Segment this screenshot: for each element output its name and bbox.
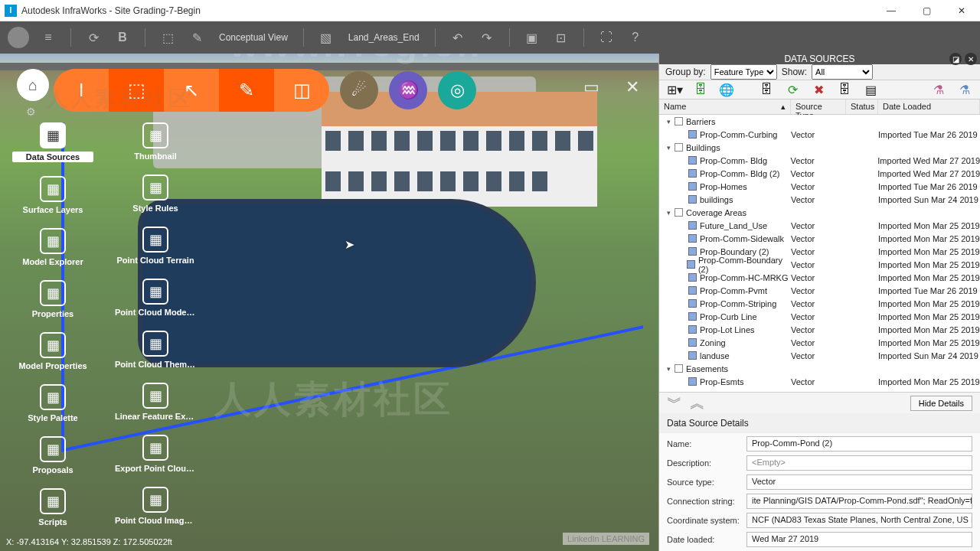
viewport-3d[interactable]: ➤ ⌂ ⚙ I ⬚ ↖ ✎ ◫ ☄ ♒ ◎ ▭ ✕ ▦Data Sources▦… xyxy=(0,54,658,551)
maximize-button[interactable]: ▢ xyxy=(916,3,937,18)
collapse-all-icon[interactable]: ︾ xyxy=(667,393,682,413)
tree-item[interactable]: buildingsVectorImported Sun Mar 24 2019 xyxy=(659,193,980,206)
tree-item[interactable]: Prop-HomesVectorImported Tue Mar 26 2019 xyxy=(659,180,980,193)
mode-shape-button[interactable]: ◫ xyxy=(274,69,329,112)
filter-add-icon[interactable]: ⚗ xyxy=(956,80,974,99)
globe-icon[interactable]: 🌐 xyxy=(717,80,736,99)
user-avatar[interactable] xyxy=(8,27,29,48)
bold-icon[interactable]: B xyxy=(113,28,132,47)
mode-select-button[interactable]: ↖ xyxy=(164,69,219,112)
palette-point-cloud-image-lo-[interactable]: ▦Point Cloud Image Lo... xyxy=(115,487,196,525)
palette-properties[interactable]: ▦Properties xyxy=(12,280,93,318)
minimize-button[interactable]: — xyxy=(880,3,902,18)
filter-remove-icon[interactable]: ⚗ xyxy=(929,80,948,99)
palette-model-explorer[interactable]: ▦Model Explorer xyxy=(12,228,93,266)
drainage-circle-button[interactable]: ◎ xyxy=(438,71,476,109)
tree-item[interactable]: Prop-Curb LineVectorImported Mon Mar 25 … xyxy=(659,310,980,323)
detail-conn-field[interactable]: ite Planning/GIS DATA/Prop-Comm-Pond.sdf… xyxy=(746,494,972,509)
show-select[interactable]: All xyxy=(812,64,873,80)
close-button[interactable]: ✕ xyxy=(951,3,972,18)
mode-model-button[interactable]: ⬚ xyxy=(109,69,164,112)
tree-item[interactable]: ZoningVectorImported Mon Mar 25 2019 xyxy=(659,336,980,349)
add-source-icon[interactable]: ⊞▾ xyxy=(665,80,684,99)
tree-group[interactable]: ▾Easements xyxy=(659,362,980,375)
present-icon[interactable]: ▭ xyxy=(577,73,605,101)
detail-name-field[interactable]: Prop-Comm-Pond (2) xyxy=(746,436,972,452)
tools-icon[interactable]: ✕ xyxy=(619,73,646,101)
terrain-circle-button[interactable]: ☄ xyxy=(340,71,378,109)
undo-icon[interactable]: ↶ xyxy=(448,28,468,47)
palette-point-cloud-terrain[interactable]: ▦Point Cloud Terrain xyxy=(115,227,196,265)
hide-details-button[interactable]: Hide Details xyxy=(910,396,972,411)
palette-surface-layers[interactable]: ▦Surface Layers xyxy=(12,176,93,214)
palette-icon: ▦ xyxy=(142,435,168,461)
tree-group[interactable]: ▾Coverage Areas xyxy=(659,206,980,219)
tree-item[interactable]: Prom-Comm-SidewalkVectorImported Mon Mar… xyxy=(659,232,980,245)
detail-date-field[interactable]: Wed Mar 27 2019 xyxy=(746,532,972,547)
refresh-icon[interactable]: ⟳ xyxy=(83,28,103,47)
tree-item[interactable]: landuseVectorImported Sun Mar 24 2019 xyxy=(659,349,980,362)
palette-export-point-cloud-ex-[interactable]: ▦Export Point Cloud Ex... xyxy=(115,435,196,473)
fullscreen-icon[interactable]: ⛶ xyxy=(596,28,616,47)
expand-all-icon[interactable]: ︽ xyxy=(690,393,705,413)
palette-scripts[interactable]: ▦Scripts xyxy=(12,488,93,527)
palette-linear-feature-extract-[interactable]: ▦Linear Feature Extract... xyxy=(115,383,196,421)
tree-group[interactable]: ▾Barriers xyxy=(659,115,980,128)
palette-style-rules[interactable]: ▦Style Rules xyxy=(115,174,196,213)
mode-home-button[interactable]: I xyxy=(54,69,109,112)
view-mode-dropdown[interactable]: Conceptual View xyxy=(216,32,291,43)
tree-item[interactable]: Prop-Comm- BldgVectorImported Wed Mar 27… xyxy=(659,154,980,167)
layer-dropdown[interactable]: Land_Areas_End xyxy=(345,32,423,43)
palette-icon: ▦ xyxy=(142,383,168,409)
edit-icon[interactable]: ✎ xyxy=(187,28,207,47)
home-button[interactable]: ⌂ xyxy=(17,69,49,101)
group-by-select[interactable]: Feature Type xyxy=(710,64,777,80)
tree-item[interactable]: Prop-Comm-StripingVectorImported Mon Mar… xyxy=(659,297,980,310)
palette-data-sources[interactable]: ▦Data Sources xyxy=(12,122,93,162)
menu-icon[interactable]: ≡ xyxy=(38,28,58,47)
palette-thumbnail[interactable]: ▦Thumbnail xyxy=(115,122,196,161)
detail-desc-field[interactable]: <Empty> xyxy=(746,455,972,471)
redo-icon[interactable]: ↷ xyxy=(477,28,497,47)
palette-proposals[interactable]: ▦Proposals xyxy=(12,436,93,474)
measure-icon[interactable]: ⊡ xyxy=(551,28,571,47)
palette-style-palette[interactable]: ▦Style Palette xyxy=(12,384,93,422)
palette-label: Proposals xyxy=(12,465,93,474)
tree-item[interactable]: Prop-Comm- Bldg (2)VectorImported Wed Ma… xyxy=(659,167,980,180)
refresh-source-icon[interactable]: ⟳ xyxy=(783,80,802,99)
col-name[interactable]: Name ▴ xyxy=(659,99,791,114)
panel-popout-icon[interactable]: ◪ xyxy=(949,53,962,65)
col-date-loaded[interactable]: Date Loaded xyxy=(878,99,980,114)
palette-icon: ▦ xyxy=(142,487,168,513)
tree-item[interactable]: Prop-Comm-HC-MRKGVectorImported Mon Mar … xyxy=(659,271,980,284)
tree-group[interactable]: ▾Buildings xyxy=(659,141,980,154)
palette-icon: ▦ xyxy=(40,228,66,254)
bridge-circle-button[interactable]: ♒ xyxy=(389,71,427,109)
delete-source-icon[interactable]: ✖ xyxy=(809,80,828,99)
tree-item[interactable]: Prop-EsmtsVectorImported Mon Mar 25 2019 xyxy=(659,375,980,388)
detail-coord-field[interactable]: NCF (NAD83 Texas State Planes, North Cen… xyxy=(746,513,972,528)
palette-model-properties[interactable]: ▦Model Properties xyxy=(12,332,93,370)
mode-draw-button[interactable]: ✎ xyxy=(219,69,274,112)
select-tool-icon[interactable]: ▣ xyxy=(522,28,542,47)
detail-src-field[interactable]: Vector xyxy=(746,474,972,490)
help-icon[interactable]: ? xyxy=(626,28,645,47)
export-source-icon[interactable]: ▤ xyxy=(861,80,880,99)
tree-item[interactable]: Future_Land_UseVectorImported Mon Mar 25… xyxy=(659,219,980,232)
configure-icon[interactable]: 🗄 xyxy=(757,80,776,99)
col-source-type[interactable]: Source Type xyxy=(791,99,846,114)
palette-point-cloud-themes[interactable]: ▦Point Cloud Themes xyxy=(115,331,196,369)
data-sources-tree[interactable]: ▾BarriersProp-Comm-CurbingVectorImported… xyxy=(659,115,980,392)
tree-item[interactable]: Prop-Comm-CurbingVectorImported Tue Mar … xyxy=(659,128,980,141)
tree-item[interactable]: Prop-Comm-PvmtVectorImported Tue Mar 26 … xyxy=(659,284,980,297)
cube-icon[interactable]: ⬚ xyxy=(158,28,178,47)
settings-gear-icon[interactable]: ⚙ xyxy=(26,106,36,118)
tree-item[interactable]: Prop-Lot LinesVectorImported Mon Mar 25 … xyxy=(659,323,980,336)
palette-point-cloud-modeling[interactable]: ▦Point Cloud Modeling xyxy=(115,279,196,317)
add-db-icon[interactable]: 🗄 xyxy=(691,80,710,99)
tree-item[interactable]: Prop-Comm-Boundary (2)VectorImported Mon… xyxy=(659,258,980,271)
col-status[interactable]: Status xyxy=(846,99,878,114)
save-source-icon[interactable]: 🗄 xyxy=(835,80,854,99)
image-icon[interactable]: ▧ xyxy=(316,28,336,47)
panel-close-icon[interactable]: ✕ xyxy=(965,53,977,65)
